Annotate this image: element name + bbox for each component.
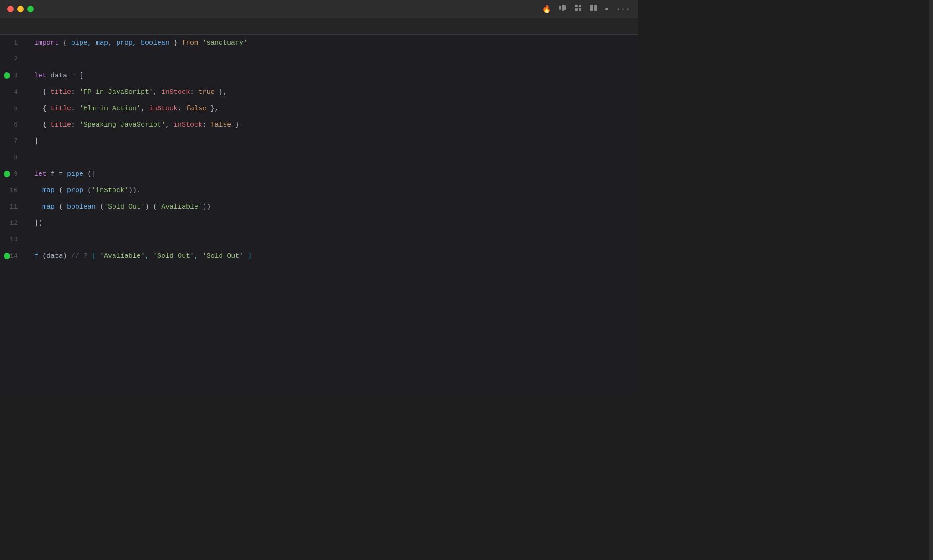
line-number: 13 — [0, 231, 25, 248]
code-line: map ( prop ('inStock')), — [25, 182, 638, 199]
code-token: 'inStock' — [92, 187, 128, 194]
code-token: title — [51, 121, 71, 129]
svg-rect-5 — [575, 8, 578, 11]
code-token: : — [71, 88, 79, 96]
code-token: title — [51, 88, 71, 96]
code-token: ([ — [83, 170, 96, 178]
code-token: inStock — [161, 88, 190, 96]
code-token: ( — [55, 187, 67, 194]
code-line: let f = pipe ([ — [25, 166, 638, 182]
title-bar-actions: 🔥 ● ··· — [542, 4, 631, 14]
code-token: ( — [55, 203, 67, 211]
svg-rect-7 — [590, 5, 593, 11]
code-token: f — [34, 252, 38, 260]
maximize-button[interactable] — [27, 6, 34, 12]
code-line — [25, 51, 638, 67]
code-token: data = [ — [46, 72, 83, 80]
code-line — [25, 231, 638, 248]
broadcast-icon[interactable] — [559, 4, 567, 14]
line-number: 10 — [0, 182, 25, 199]
code-token: true — [198, 88, 215, 96]
line-number: 3 — [0, 67, 25, 84]
code-line — [25, 149, 638, 166]
code-token: : — [190, 88, 198, 96]
code-token: let — [34, 170, 46, 178]
grid-icon[interactable] — [574, 4, 582, 14]
split-icon[interactable] — [590, 4, 598, 14]
code-token: map — [42, 187, 55, 194]
line-number: 14 — [0, 248, 25, 264]
code-token: , — [194, 252, 202, 260]
line-number: 4 — [0, 84, 25, 100]
editor-body: 1234567891011121314 import { pipe, map, … — [0, 35, 638, 395]
code-token: pipe — [67, 170, 83, 178]
svg-rect-1 — [562, 5, 564, 11]
line-number: 9 — [0, 166, 25, 182]
code-token: false — [210, 121, 231, 129]
code-token: , — [165, 121, 174, 129]
code-line: { title: 'FP in JavaScript', inStock: tr… — [25, 84, 638, 100]
code-token — [34, 203, 42, 211]
code-token: false — [186, 105, 206, 112]
line-number: 1 — [0, 35, 25, 51]
code-token: }, — [215, 88, 227, 96]
code-token: { — [34, 88, 51, 96]
close-button[interactable] — [7, 6, 14, 12]
code-token: boolean — [67, 203, 96, 211]
code-token: 'Sold Out' — [153, 252, 194, 260]
code-token — [34, 187, 42, 194]
code-token: ( — [96, 203, 104, 211]
circle-icon: ● — [605, 5, 609, 13]
code-token: inStock — [174, 121, 202, 129]
code-token: : — [202, 121, 210, 129]
code-token: ) ( — [145, 203, 157, 211]
code-token: map — [42, 203, 55, 211]
code-token: }, — [206, 105, 219, 112]
line-number: 2 — [0, 51, 25, 67]
code-token: 'Avaliable' — [157, 203, 202, 211]
svg-rect-4 — [579, 5, 581, 7]
flame-icon[interactable]: 🔥 — [542, 5, 551, 14]
code-token: let — [34, 72, 46, 80]
code-token: 'Sold Out' — [104, 203, 145, 211]
code-token: 'Speaking JavaScript' — [79, 121, 165, 129]
code-token: (data) — [38, 252, 71, 260]
code-token: 'Elm in Action' — [79, 105, 141, 112]
code-token: , — [141, 105, 149, 112]
svg-rect-2 — [564, 5, 566, 10]
code-area[interactable]: import { pipe, map, prop, boolean } from… — [25, 35, 638, 395]
code-token: : — [71, 121, 79, 129]
breakpoint-indicator — [4, 253, 10, 259]
code-token: , — [145, 252, 153, 260]
breakpoint-indicator — [4, 72, 10, 79]
line-number: 5 — [0, 100, 25, 117]
code-token: ]) — [34, 219, 42, 227]
code-token: { — [59, 39, 71, 47]
svg-rect-8 — [594, 5, 597, 11]
code-token: ] — [243, 252, 251, 260]
more-icon[interactable]: ··· — [616, 5, 631, 13]
code-token: pipe, map, prop, boolean — [71, 39, 169, 47]
code-token: ( — [83, 187, 92, 194]
minimize-button[interactable] — [17, 6, 24, 12]
code-token: } — [231, 121, 239, 129]
code-token: import — [34, 39, 59, 47]
line-number: 6 — [0, 117, 25, 133]
line-gutter: 1234567891011121314 — [0, 35, 25, 395]
breakpoint-indicator — [4, 171, 10, 177]
code-token: : — [178, 105, 186, 112]
code-token: { — [34, 121, 51, 129]
code-token: : — [71, 105, 79, 112]
line-number: 8 — [0, 149, 25, 166]
svg-rect-3 — [575, 5, 578, 7]
line-number: 11 — [0, 199, 25, 215]
code-line: { title: 'Speaking JavaScript', inStock:… — [25, 117, 638, 133]
code-token: 'FP in JavaScript' — [79, 88, 153, 96]
code-token: 'sanctuary' — [198, 39, 247, 47]
traffic-lights — [7, 6, 34, 12]
code-token: , — [153, 88, 161, 96]
code-line: let data = [ — [25, 67, 638, 84]
code-token: 'Avaliable' — [100, 252, 145, 260]
code-line: map ( boolean ('Sold Out') ('Avaliable')… — [25, 199, 638, 215]
code-token: { — [34, 105, 51, 112]
